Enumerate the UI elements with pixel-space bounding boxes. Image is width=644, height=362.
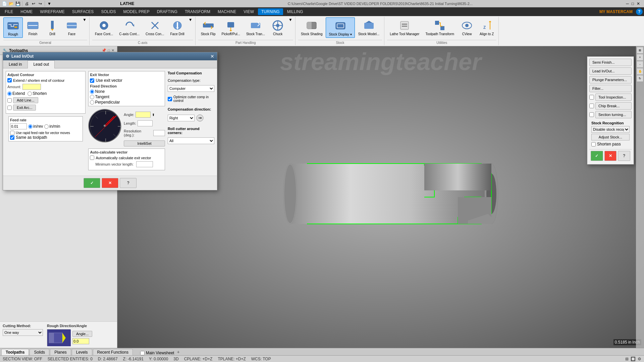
add-viewsheet-button[interactable]: +: [175, 349, 181, 355]
chip-break-checkbox[interactable]: [589, 104, 594, 108]
optimize-cutter-checkbox[interactable]: [168, 97, 172, 101]
dialog-title-bar[interactable]: ⚙ Lead In/Out ✕: [3, 52, 217, 60]
use-rapid-checkbox[interactable]: [10, 131, 14, 135]
lead-inout-button[interactable]: Lead In/Out...: [589, 67, 632, 75]
minimize-button[interactable]: ─: [626, 1, 629, 6]
comp-direction-icon[interactable]: [196, 114, 204, 122]
customize-button[interactable]: ▼: [46, 1, 52, 7]
ribbon-align-to-z-button[interactable]: Z Align to Z: [477, 17, 496, 37]
in-min-radio[interactable]: [44, 124, 49, 129]
vp-fit-button[interactable]: ⊞: [637, 47, 643, 54]
menu-transform[interactable]: TRANSFORM: [181, 8, 214, 15]
settings-icon[interactable]: ⚙: [638, 357, 641, 361]
section-turning-button[interactable]: Section turning...: [595, 111, 632, 118]
ok-button[interactable]: ✓: [84, 178, 100, 188]
intelliset-button[interactable]: IntelliSet: [124, 140, 165, 146]
shorten-pass-checkbox[interactable]: [591, 142, 596, 146]
caxis-more-button[interactable]: ▼: [188, 17, 193, 40]
vp-pan-button[interactable]: ✋: [637, 68, 643, 75]
min-vector-input[interactable]: 0.02: [136, 161, 153, 167]
ribbon-stock-tran-button[interactable]: Stock Tran...: [244, 17, 268, 37]
adjust-stock-button[interactable]: Adjust Stock...: [591, 134, 630, 140]
general-more-button[interactable]: ▼: [82, 17, 87, 40]
angle-button[interactable]: Angle...: [72, 331, 92, 337]
vp-rotate-button[interactable]: ↻: [637, 75, 643, 82]
in-rev-radio[interactable]: [28, 124, 33, 129]
redo-button[interactable]: ↪: [37, 1, 43, 7]
filter-button[interactable]: Filter...: [589, 85, 632, 92]
add-line-button[interactable]: Add Line...: [13, 97, 38, 103]
side-cancel-button[interactable]: ✕: [604, 151, 617, 161]
help-button[interactable]: ?: [120, 178, 137, 188]
tab-toolpaths[interactable]: Toolpaths: [1, 349, 29, 355]
shorten-radio[interactable]: [28, 92, 32, 96]
tab-recent-functions[interactable]: Recent Functions: [93, 349, 133, 355]
extend-shorten-checkbox[interactable]: [7, 78, 12, 82]
ribbon-face-drill-button[interactable]: Face Drill: [168, 17, 187, 37]
ribbon-caxis-cont-button[interactable]: C-axis Cont...: [116, 17, 142, 37]
save-button[interactable]: 💾: [15, 1, 21, 7]
length-input[interactable]: 0.1: [138, 120, 153, 126]
ribbon-face-cont-button[interactable]: Face Cont...: [92, 17, 116, 37]
comp-type-select[interactable]: Computer Control Wear Reverse Wear Off: [168, 85, 214, 92]
ribbon-stock-flip-button[interactable]: Stock Flip: [198, 17, 218, 37]
chip-break-button[interactable]: Chip Break...: [595, 102, 632, 110]
menu-surfaces[interactable]: SURFACES: [69, 8, 97, 15]
tangent-radio[interactable]: [90, 95, 94, 99]
vp-zoom-in-button[interactable]: +: [637, 54, 643, 61]
menu-turning[interactable]: TURNING: [258, 8, 283, 15]
help-button[interactable]: ?: [636, 8, 643, 15]
amount-input[interactable]: 0.05: [22, 84, 41, 90]
snap-icon[interactable]: 🔲: [631, 357, 636, 361]
menu-wireframe[interactable]: WIREFRAME: [37, 8, 68, 15]
print-button[interactable]: 🖨: [24, 1, 30, 7]
auto-calc-checkbox[interactable]: [90, 156, 94, 160]
menu-model-prep[interactable]: MODEL PREP: [120, 8, 153, 15]
ribbon-stock-shading-button[interactable]: Stock Shading: [298, 17, 325, 37]
close-button[interactable]: ✕: [637, 1, 640, 6]
tab-planes[interactable]: Planes: [50, 349, 71, 355]
menu-drafting[interactable]: DRAFTING: [154, 8, 181, 15]
plunge-params-button[interactable]: Plunge Parameters...: [589, 76, 632, 83]
comp-direction-select[interactable]: Left Right: [168, 115, 195, 121]
stock-recognition-select[interactable]: Disable stock recognition Enable stock r…: [591, 126, 630, 133]
exit-arc-checkbox[interactable]: [7, 106, 12, 110]
perpendicular-radio[interactable]: [90, 100, 94, 105]
cancel-button[interactable]: ✕: [102, 178, 118, 188]
new-button[interactable]: 📄: [1, 1, 7, 7]
maximize-button[interactable]: □: [632, 1, 634, 6]
angle-input[interactable]: [72, 338, 89, 344]
open-button[interactable]: 📂: [8, 1, 14, 7]
tab-lead-out[interactable]: Lead out: [28, 60, 55, 68]
use-exit-vector-checkbox[interactable]: [90, 78, 94, 83]
side-ok-button[interactable]: ✓: [591, 151, 603, 161]
exit-arc-button[interactable]: Exit Arc...: [13, 105, 36, 111]
menu-milling[interactable]: MILLING: [284, 8, 307, 15]
side-help-button[interactable]: ?: [618, 151, 630, 161]
undo-button[interactable]: ↩: [31, 1, 37, 7]
part-handling-more-button[interactable]: ▼: [288, 17, 293, 40]
feed-rate-input[interactable]: [10, 123, 27, 129]
angle-value-input[interactable]: 45.0: [136, 112, 151, 118]
ribbon-pickoff-button[interactable]: Pickoff/Pul...: [219, 17, 243, 37]
ribbon-drill-button[interactable]: Drill: [43, 17, 62, 37]
semi-finish-button[interactable]: Semi Finish...: [589, 59, 632, 66]
ribbon-rough-button[interactable]: Rough: [3, 17, 23, 38]
menu-solids[interactable]: SOLIDS: [98, 8, 119, 15]
ribbon-lathe-tool-manager-button[interactable]: Lathe Tool Manager: [387, 17, 422, 37]
ribbon-chuck-button[interactable]: Chuck: [268, 17, 287, 37]
cutting-method-select[interactable]: One way Zigzag: [3, 329, 43, 336]
add-line-checkbox[interactable]: [7, 98, 12, 103]
extend-radio[interactable]: [7, 92, 12, 96]
ribbon-cross-cont-button[interactable]: Cross Con...: [143, 17, 167, 37]
tab-levels[interactable]: Levels: [72, 349, 92, 355]
menu-home[interactable]: HOME: [17, 8, 36, 15]
angle-spinner[interactable]: ⬆: [152, 113, 155, 117]
tool-inspection-checkbox[interactable]: [589, 95, 594, 100]
compass-dial[interactable]: [88, 109, 121, 142]
ribbon-cview-button[interactable]: CView: [458, 17, 476, 37]
ribbon-finish-button[interactable]: Finish: [23, 17, 42, 37]
ribbon-stock-display-button[interactable]: Stock Display ▾: [326, 17, 355, 38]
roll-cutter-select[interactable]: None Sharp All: [168, 137, 214, 144]
none-radio[interactable]: [90, 89, 94, 94]
